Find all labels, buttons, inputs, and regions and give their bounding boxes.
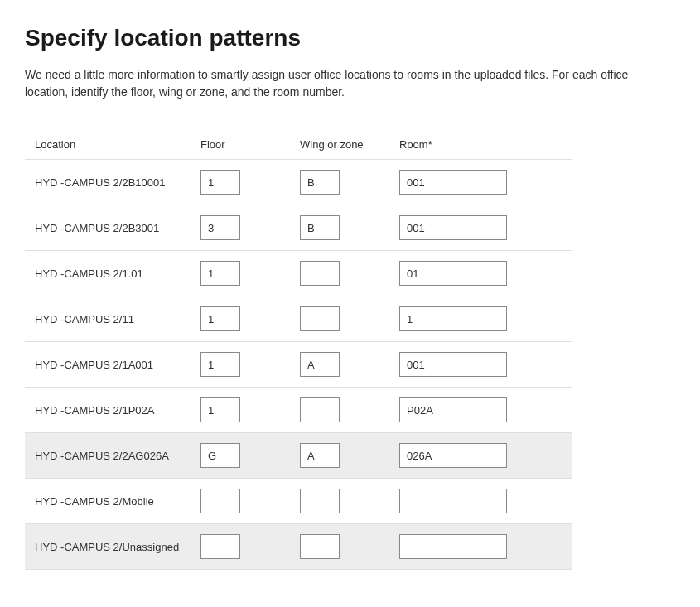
floor-input[interactable]	[200, 489, 240, 513]
table-row: HYD -CAMPUS 2/Unassigned	[25, 524, 572, 570]
column-header-floor: Floor	[200, 138, 300, 151]
location-text: HYD -CAMPUS 2/1P02A	[35, 404, 200, 417]
table-row: HYD -CAMPUS 2/2AG026A	[25, 433, 572, 479]
table-row: HYD -CAMPUS 2/1A001	[25, 342, 572, 388]
room-input[interactable]	[399, 170, 507, 195]
wing-input[interactable]	[300, 443, 340, 468]
wing-input[interactable]	[300, 489, 340, 513]
table-row: HYD -CAMPUS 2/Mobile	[25, 479, 572, 524]
floor-input[interactable]	[200, 170, 240, 195]
location-text: HYD -CAMPUS 2/Unassigned	[35, 541, 200, 553]
location-text: HYD -CAMPUS 2/1.01	[35, 267, 200, 280]
room-input[interactable]	[399, 215, 507, 240]
column-header-room: Room*	[399, 138, 565, 151]
page-title: Specify location patterns	[25, 25, 675, 51]
column-header-wing: Wing or zone	[300, 138, 399, 151]
floor-input[interactable]	[200, 352, 240, 377]
location-text: HYD -CAMPUS 2/Mobile	[35, 495, 200, 508]
page-description: We need a little more information to sma…	[25, 66, 671, 101]
location-text: HYD -CAMPUS 2/2B3001	[35, 222, 200, 234]
wing-input[interactable]	[300, 534, 340, 559]
location-text: HYD -CAMPUS 2/1A001	[35, 359, 200, 371]
floor-input[interactable]	[200, 306, 240, 331]
table-row: HYD -CAMPUS 2/2B10001	[25, 160, 572, 205]
room-input[interactable]	[399, 306, 507, 331]
table-header-row: Location Floor Wing or zone Room*	[25, 130, 572, 160]
wing-input[interactable]	[300, 306, 340, 331]
wing-input[interactable]	[300, 397, 340, 422]
wing-input[interactable]	[300, 352, 340, 377]
room-input[interactable]	[399, 352, 507, 377]
room-input[interactable]	[399, 397, 507, 422]
location-text: HYD -CAMPUS 2/11	[35, 313, 200, 325]
location-pattern-table: Location Floor Wing or zone Room* HYD -C…	[25, 130, 572, 570]
floor-input[interactable]	[200, 397, 240, 422]
table-row: HYD -CAMPUS 2/2B3001	[25, 205, 572, 251]
floor-input[interactable]	[200, 443, 240, 468]
floor-input[interactable]	[200, 534, 240, 559]
room-input[interactable]	[399, 443, 507, 468]
room-input[interactable]	[399, 534, 507, 559]
location-text: HYD -CAMPUS 2/2AG026A	[35, 450, 200, 462]
table-row: HYD -CAMPUS 2/1P02A	[25, 388, 572, 433]
table-row: HYD -CAMPUS 2/11	[25, 296, 572, 342]
floor-input[interactable]	[200, 215, 240, 240]
table-row: HYD -CAMPUS 2/1.01	[25, 251, 572, 296]
column-header-location: Location	[35, 138, 200, 151]
room-input[interactable]	[399, 489, 507, 513]
room-input[interactable]	[399, 261, 507, 286]
wing-input[interactable]	[300, 261, 340, 286]
wing-input[interactable]	[300, 215, 340, 240]
location-text: HYD -CAMPUS 2/2B10001	[35, 176, 200, 189]
floor-input[interactable]	[200, 261, 240, 286]
wing-input[interactable]	[300, 170, 340, 195]
